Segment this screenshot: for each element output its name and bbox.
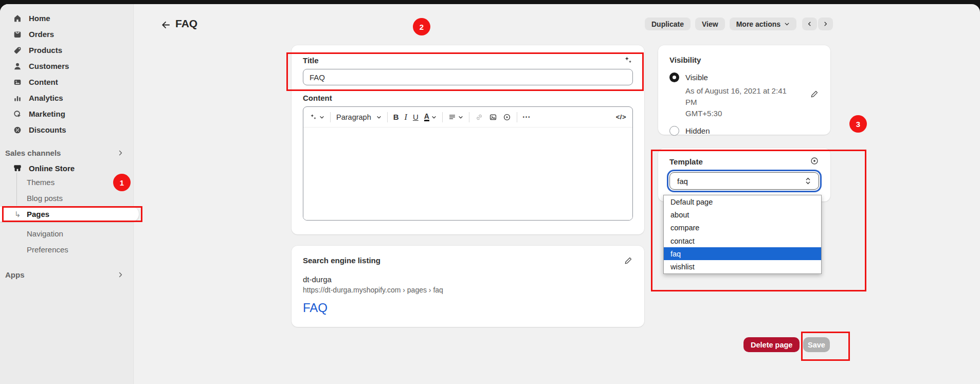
select-stepper-icon bbox=[805, 177, 811, 185]
hidden-radio-unselected[interactable] bbox=[669, 126, 679, 136]
template-option[interactable]: contact bbox=[664, 234, 821, 247]
themes-label: Themes bbox=[27, 178, 55, 187]
customers-icon bbox=[13, 62, 22, 71]
insert-video-button[interactable] bbox=[503, 113, 511, 121]
visible-note-line1: As of August 16, 2021 at 2:41 PM bbox=[685, 86, 787, 106]
content-icon bbox=[13, 78, 22, 87]
previous-page-button[interactable] bbox=[802, 17, 817, 30]
back-button[interactable] bbox=[159, 19, 172, 31]
rich-text-editor: Paragraph B I U A bbox=[303, 106, 633, 221]
seo-url-breadcrumb: https://dt-durga.myshopify.com › pages ›… bbox=[303, 286, 633, 294]
duplicate-label: Duplicate bbox=[651, 20, 684, 28]
more-actions-label: More actions bbox=[736, 20, 781, 28]
sidebar-item-label: Discounts bbox=[29, 125, 66, 134]
sidebar-section-sales-channels[interactable]: Sales channels bbox=[0, 147, 133, 159]
sidebar-item-navigation[interactable]: Navigation bbox=[27, 226, 63, 242]
duplicate-button[interactable]: Duplicate bbox=[645, 17, 691, 30]
tree-arrow-icon: ↳ bbox=[14, 210, 21, 219]
visible-note-line2: GMT+5:30 bbox=[685, 109, 722, 118]
blog-posts-label: Blog posts bbox=[27, 194, 63, 203]
template-option-selected[interactable]: faq bbox=[664, 247, 821, 260]
sidebar-item-blog-posts[interactable]: Blog posts bbox=[27, 190, 63, 206]
template-heading: Template bbox=[669, 157, 819, 166]
title-input[interactable] bbox=[303, 69, 633, 85]
sidebar-item-orders[interactable]: Orders bbox=[0, 26, 133, 42]
discounts-icon bbox=[13, 125, 22, 135]
delete-page-button[interactable]: Delete page bbox=[743, 337, 800, 352]
visible-radio-selected[interactable] bbox=[669, 72, 679, 82]
text-color-glyph: A bbox=[424, 113, 429, 122]
paragraph-style-dropdown[interactable]: Paragraph bbox=[336, 113, 382, 121]
chevron-down-icon bbox=[376, 115, 382, 120]
admin-app-frame: Home Orders Products bbox=[0, 4, 980, 384]
sidebar-item-marketing[interactable]: Marketing bbox=[0, 106, 133, 122]
products-icon bbox=[13, 46, 22, 55]
text-color-button[interactable]: A bbox=[424, 113, 437, 122]
delete-page-label: Delete page bbox=[751, 341, 792, 349]
seo-result-title-link[interactable]: FAQ bbox=[303, 301, 633, 315]
code-view-button[interactable]: </> bbox=[616, 113, 626, 121]
edit-visibility-pencil-icon[interactable] bbox=[810, 89, 819, 98]
visible-label: Visible bbox=[685, 73, 708, 82]
video-play-icon bbox=[503, 113, 511, 121]
save-button-disabled[interactable]: Save bbox=[803, 337, 830, 352]
editor-content-area[interactable] bbox=[303, 127, 632, 220]
sidebar-item-home[interactable]: Home bbox=[0, 10, 133, 26]
template-option[interactable]: compare bbox=[664, 222, 821, 234]
toolbar-divider bbox=[387, 112, 388, 122]
home-icon bbox=[13, 14, 22, 23]
pagination-group bbox=[802, 17, 833, 30]
sidebar-item-products[interactable]: Products bbox=[0, 42, 133, 58]
paragraph-label: Paragraph bbox=[336, 113, 371, 121]
alignment-button[interactable] bbox=[448, 113, 463, 121]
template-preview-eye-icon[interactable] bbox=[810, 156, 819, 166]
header-actions: Duplicate View More actions bbox=[645, 17, 833, 30]
template-dropdown-list: Default page about compare contact faq w… bbox=[663, 195, 822, 274]
view-label: View bbox=[702, 20, 718, 28]
more-actions-button[interactable]: More actions bbox=[730, 17, 796, 30]
view-button[interactable]: View bbox=[695, 17, 725, 30]
underline-button[interactable]: U bbox=[413, 113, 419, 121]
toolbar-divider bbox=[517, 112, 517, 122]
italic-button[interactable]: I bbox=[405, 113, 407, 122]
pages-label: Pages bbox=[27, 210, 49, 218]
sidebar-item-analytics[interactable]: Analytics bbox=[0, 90, 133, 106]
sidebar-item-label: Home bbox=[29, 14, 50, 23]
sidebar-item-label: Products bbox=[29, 46, 62, 54]
more-options-button[interactable]: ••• bbox=[523, 115, 531, 120]
sidebar-item-themes[interactable]: Themes bbox=[27, 174, 55, 190]
editor-toolbar: Paragraph B I U A bbox=[303, 107, 632, 127]
link-button[interactable] bbox=[475, 113, 483, 121]
edit-seo-pencil-icon[interactable] bbox=[624, 256, 633, 265]
bold-button[interactable]: B bbox=[393, 113, 399, 121]
template-select-value: faq bbox=[677, 177, 688, 186]
sidebar-item-content[interactable]: Content bbox=[0, 74, 133, 90]
chevron-down-icon bbox=[784, 21, 790, 27]
seo-site-name: dt-durga bbox=[303, 275, 633, 284]
orders-icon bbox=[13, 30, 22, 39]
ai-assist-button[interactable] bbox=[310, 113, 324, 121]
template-option[interactable]: about bbox=[664, 208, 821, 221]
sales-channels-label: Sales channels bbox=[5, 149, 61, 157]
online-store-label: Online Store bbox=[29, 164, 75, 173]
ai-sparkle-icon[interactable] bbox=[624, 56, 633, 65]
arrow-left-icon bbox=[161, 20, 171, 30]
page-title: FAQ bbox=[175, 17, 197, 30]
template-select[interactable]: faq bbox=[669, 172, 819, 190]
page-details-card: Title Content Paragraph bbox=[292, 45, 644, 234]
sidebar-item-online-store[interactable]: Online Store bbox=[0, 161, 133, 175]
template-option[interactable]: Default page bbox=[664, 195, 821, 208]
sidebar-item-preferences[interactable]: Preferences bbox=[27, 242, 68, 258]
sidebar-item-discounts[interactable]: Discounts bbox=[0, 122, 133, 138]
toolbar-divider bbox=[442, 112, 443, 122]
sidebar-item-label: Marketing bbox=[29, 109, 65, 118]
sidebar-item-customers[interactable]: Customers bbox=[0, 58, 133, 74]
analytics-icon bbox=[13, 94, 22, 103]
template-option[interactable]: wishlist bbox=[664, 260, 821, 273]
sidebar-item-pages-active[interactable]: ↳ Pages bbox=[0, 207, 139, 222]
insert-image-button[interactable] bbox=[489, 113, 497, 121]
next-page-button[interactable] bbox=[818, 17, 833, 30]
sidebar-section-apps[interactable]: Apps bbox=[0, 268, 133, 281]
seo-card-heading: Search engine listing bbox=[303, 256, 633, 265]
chevron-right-icon bbox=[117, 150, 124, 156]
